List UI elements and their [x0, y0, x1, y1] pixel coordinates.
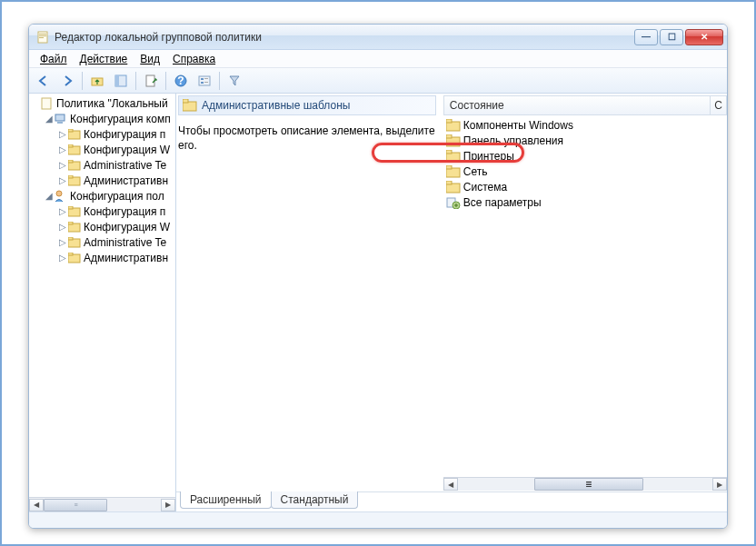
separator — [219, 72, 220, 90]
list-hscrollbar[interactable]: ◀ ≡ ▶ — [443, 477, 727, 491]
toolbar: ? — [29, 68, 727, 94]
tree-item[interactable]: ▷Administrative Te — [31, 157, 174, 173]
statusbar — [29, 511, 727, 528]
scroll-track[interactable]: ≡ — [458, 478, 712, 491]
svg-rect-25 — [68, 175, 73, 178]
tree-item[interactable]: ▷Конфигурация п — [31, 126, 174, 142]
list-item-components[interactable]: Компоненты Windows — [443, 117, 727, 133]
svg-rect-34 — [68, 253, 73, 255]
scroll-right-button[interactable]: ▶ — [161, 499, 175, 511]
folder-icon — [446, 165, 461, 178]
settings-list: Состояние C Компоненты Windows Панель уп… — [443, 95, 727, 491]
minimize-button[interactable]: — — [634, 29, 658, 45]
maximize-button[interactable]: ☐ — [660, 29, 683, 45]
expander-icon[interactable]: ▷ — [58, 160, 67, 170]
item-label: Система — [463, 181, 507, 194]
expander-icon[interactable]: ▷ — [58, 222, 67, 232]
back-button[interactable] — [33, 71, 55, 91]
list-item[interactable]: Система — [443, 179, 727, 194]
expander-icon[interactable]: ▷ — [58, 253, 67, 263]
window-title: Редактор локальной групповой политики — [55, 31, 634, 44]
app-icon — [36, 30, 51, 45]
folder-icon — [67, 159, 82, 172]
tree-item[interactable]: ▷Административн — [31, 173, 174, 188]
settings-icon — [446, 196, 461, 209]
filter-button[interactable] — [224, 71, 245, 91]
tree-pane[interactable]: Политика "Локальный ◢ Конфигурация комп … — [29, 94, 176, 511]
scroll-thumb[interactable]: ≡ — [44, 499, 107, 511]
expander-icon[interactable]: ▷ — [58, 175, 67, 185]
help-button[interactable]: ? — [170, 71, 192, 91]
forward-button[interactable] — [56, 71, 78, 91]
folder-icon — [67, 236, 82, 249]
list-item[interactable]: Сеть — [443, 164, 727, 179]
tree-item[interactable]: ▷Конфигурация п — [31, 204, 174, 219]
svg-rect-32 — [68, 237, 73, 240]
gpedit-window: Редактор локальной групповой политики — … — [28, 24, 728, 529]
window-controls: — ☐ ✕ — [634, 29, 723, 45]
tab-extended[interactable]: Расширенный — [180, 491, 272, 509]
svg-rect-38 — [446, 119, 452, 123]
tree-item[interactable]: ▷Конфигурация W — [31, 142, 174, 157]
tab-standard[interactable]: Стандартный — [271, 491, 359, 509]
column-headers[interactable]: Состояние C — [443, 95, 727, 115]
expander-icon[interactable]: ▷ — [58, 237, 67, 247]
folder-icon — [67, 221, 82, 233]
item-label: Все параметры — [463, 196, 542, 209]
scroll-thumb[interactable]: ≡ — [534, 478, 643, 491]
menu-view[interactable]: Вид — [134, 52, 165, 66]
item-label: Сеть — [463, 165, 488, 178]
expander-icon[interactable]: ◢ — [45, 114, 54, 124]
folder-up-button[interactable] — [86, 71, 108, 91]
tree-user-config[interactable]: ◢ Конфигурация пол — [31, 188, 174, 204]
svg-rect-6 — [115, 75, 119, 86]
properties-button[interactable] — [194, 71, 215, 91]
separator — [135, 72, 136, 90]
svg-rect-10 — [199, 76, 210, 85]
folder-icon — [446, 181, 461, 194]
close-button[interactable]: ✕ — [685, 29, 723, 45]
svg-rect-36 — [183, 99, 188, 103]
menu-action[interactable]: Действие — [75, 52, 134, 66]
column-extra[interactable]: C — [711, 95, 727, 115]
item-label: Панель управления — [463, 134, 563, 147]
menu-help[interactable]: Справка — [167, 52, 221, 66]
svg-rect-15 — [42, 98, 51, 109]
tree-item[interactable]: ▷Конфигурация W — [31, 219, 174, 234]
list-item[interactable]: Панель управления — [443, 133, 727, 148]
list-item[interactable]: Принтеры — [443, 148, 727, 164]
computer-icon — [54, 113, 68, 125]
item-label: Компоненты Windows — [463, 119, 573, 132]
list-item-all-settings[interactable]: Все параметры — [443, 194, 727, 210]
svg-rect-28 — [68, 206, 73, 209]
separator — [82, 72, 83, 90]
titlebar[interactable]: Редактор локальной групповой политики — … — [29, 25, 727, 50]
folder-icon — [183, 99, 197, 112]
view-tabs: Расширенный Стандартный — [176, 491, 727, 511]
tree-hscrollbar[interactable]: ◀ ≡ ▶ — [29, 497, 175, 511]
scroll-left-button[interactable]: ◀ — [443, 478, 458, 491]
user-icon — [54, 190, 68, 203]
tree-item[interactable]: ▷Административн — [31, 250, 174, 265]
tree-computer-config[interactable]: ◢ Конфигурация комп — [31, 111, 174, 126]
tree-root[interactable]: Политика "Локальный — [31, 95, 174, 111]
show-tree-button[interactable] — [110, 71, 132, 91]
svg-rect-3 — [39, 37, 44, 38]
svg-rect-2 — [39, 35, 46, 36]
expander-icon[interactable]: ▷ — [58, 144, 67, 154]
tree-item[interactable]: ▷Administrative Te — [31, 234, 174, 250]
menu-file[interactable]: Файл — [35, 52, 73, 66]
expander-icon[interactable]: ▷ — [58, 129, 67, 139]
content-heading: Административные шаблоны — [178, 95, 436, 115]
scroll-left-button[interactable]: ◀ — [29, 499, 44, 511]
export-button[interactable] — [140, 71, 162, 91]
content-pane: Административные шаблоны Чтобы просмотре… — [176, 94, 727, 511]
column-state[interactable]: Состояние — [443, 95, 711, 115]
scroll-right-button[interactable]: ▶ — [712, 478, 727, 491]
svg-rect-16 — [55, 114, 65, 121]
body: Политика "Локальный ◢ Конфигурация комп … — [29, 94, 727, 511]
expander-icon[interactable]: ▷ — [58, 206, 67, 216]
scroll-track[interactable]: ≡ — [44, 499, 161, 511]
svg-rect-14 — [204, 82, 208, 83]
expander-icon[interactable]: ◢ — [45, 191, 54, 201]
